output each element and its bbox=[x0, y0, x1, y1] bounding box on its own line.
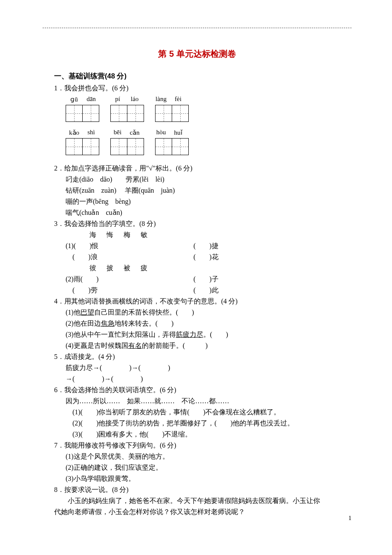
underline-word: 巴望 bbox=[81, 309, 94, 316]
q6-prompt: 6．我会选择恰当的关联词语填空。(6 分) bbox=[54, 384, 352, 396]
tianzige-cell[interactable] bbox=[127, 138, 144, 155]
top-divider bbox=[43, 28, 352, 28]
q3-options2: 彼 披 被 疲 bbox=[89, 263, 352, 274]
pinyin-cell: dān bbox=[83, 95, 100, 103]
q1-prompt: 1．我会拼也会写。(6 分) bbox=[54, 83, 352, 94]
q3-pair-left: (2)雨( ) bbox=[66, 274, 193, 285]
tianzige-cell[interactable] bbox=[66, 105, 83, 122]
tianzige-cell[interactable] bbox=[127, 105, 144, 122]
q5-line1: 筋疲力尽→( )→( ) bbox=[66, 362, 352, 373]
q8-paragraph: 小玉的妈妈生病了，她爸爸不在家。今天下午她要请假陪妈妈去医院看病。小玉让你 bbox=[54, 495, 352, 506]
tianzige-cell[interactable] bbox=[66, 138, 83, 155]
pinyin-cell: fèi bbox=[170, 95, 187, 103]
pinyin-cell: láo bbox=[126, 95, 143, 103]
tianzige-cell[interactable] bbox=[110, 105, 127, 122]
q5-line2: →( )→( ) bbox=[66, 373, 352, 384]
q1-pinyin-row1: ɡū dān pí láo làng fèi bbox=[66, 95, 352, 103]
q3-pair-right: ( )此 bbox=[193, 285, 219, 296]
tianzige-cell[interactable] bbox=[110, 138, 127, 155]
pinyin-cell: shì bbox=[83, 129, 100, 136]
q3-pair-right: ( )花 bbox=[193, 251, 219, 263]
q4-item: (4)更羸是古时候魏国有名的射箭能手。( ) bbox=[66, 340, 352, 351]
q3-pair-row: (1)( )恨 ( )捷 bbox=[66, 240, 352, 251]
page-number: 1 bbox=[349, 515, 352, 522]
q7-item: (1)这是个风景优美、美丽的地方。 bbox=[66, 451, 352, 462]
q8-paragraph: 代她向老师请假，小玉会怎样对你说？你又该怎样对老师说呢？ bbox=[54, 506, 352, 517]
q1-grid-row2 bbox=[66, 138, 352, 157]
q3-options1: 海 悔 梅 敏 bbox=[89, 229, 352, 240]
q3-pair-left: (1)( )恨 bbox=[66, 240, 193, 251]
q3-pair-row: ( )浪 ( )花 bbox=[66, 251, 352, 263]
q2-prompt: 2．给加点字选择正确读音，用"√"标出。(6 分) bbox=[54, 163, 352, 174]
pinyin-cell: kǎo bbox=[66, 129, 83, 136]
document-title: 第 5 单元达标检测卷 bbox=[43, 48, 352, 60]
q6-item: (1)( )你当初听了朋友的劝告，事情( )不会像现在这么糟糕了。 bbox=[72, 407, 352, 418]
q4-item: (1)他巴望自己田里的禾苗长得快些。( ) bbox=[66, 307, 352, 318]
q1-pinyin-row2: kǎo shì bēi cǎn hòu huǐ bbox=[66, 129, 352, 136]
q3-prompt: 3．我会选择恰当的字填空。(8 分) bbox=[54, 218, 352, 229]
q4-item: (2)他在田边焦急地转来转去。( ) bbox=[66, 318, 352, 329]
q3-pair-row: (2)雨( ) ( )子 bbox=[66, 274, 352, 285]
q7-prompt: 7．我能用修改符号修改下列病句。(6 分) bbox=[54, 440, 352, 451]
pinyin-cell: làng bbox=[153, 95, 170, 103]
q7-item: (2)正确的建议，我们应该坚定。 bbox=[66, 462, 352, 473]
q3-pair-right: ( )子 bbox=[193, 274, 219, 285]
q6-options: 因为……所以…… 如果……就…… 不论……都…… bbox=[66, 396, 352, 407]
q2-item: 叼走(diāo dāo) 劳累(lěi lèi) bbox=[66, 174, 352, 185]
tianzige-cell[interactable] bbox=[155, 105, 172, 122]
q1-grid-row1 bbox=[66, 105, 352, 124]
q4-prompt: 4．用其他词语替换画横线的词语，不改变句子的意思。(4 分) bbox=[54, 296, 352, 307]
pinyin-cell: pí bbox=[109, 95, 126, 103]
q5-prompt: 5．成语接龙。(4 分) bbox=[54, 351, 352, 362]
q8-prompt: 8．按要求说一说。(8 分) bbox=[54, 484, 352, 495]
tianzige-cell[interactable] bbox=[172, 105, 189, 122]
q7-item: (3)小鸟学唱歌跟黄莺。 bbox=[66, 473, 352, 484]
tianzige-cell[interactable] bbox=[82, 105, 99, 122]
pinyin-cell: hòu bbox=[153, 129, 170, 136]
section-1-heading: 一、基础训练营(48 分) bbox=[54, 72, 352, 81]
q6-item: (3)( )困难有多大，他( )不退缩。 bbox=[72, 429, 352, 440]
tianzige-cell[interactable] bbox=[172, 138, 189, 155]
underline-word: 有名 bbox=[128, 342, 142, 349]
tianzige-cell[interactable] bbox=[82, 138, 99, 155]
pinyin-cell: huǐ bbox=[170, 129, 187, 136]
tianzige-cell[interactable] bbox=[155, 138, 172, 155]
q4-item: (3)他从中午一直忙到太阳落山，弄得筋疲力尽。( ) bbox=[66, 329, 352, 340]
underline-word: 焦急 bbox=[101, 320, 115, 327]
q6-item: (2)( )他接受了街坊的劝告，把羊圈修好了，( )他的羊再也没丢过。 bbox=[72, 418, 352, 429]
q3-pair-left: ( )劳 bbox=[66, 285, 193, 296]
underline-word: 筋疲力尽 bbox=[176, 331, 203, 338]
q3-pair-right: ( )捷 bbox=[193, 240, 219, 251]
q2-item: 嘣的一声(bēng bèng) bbox=[66, 196, 352, 207]
pinyin-cell: ɡū bbox=[66, 95, 83, 103]
q3-pair-left: ( )浪 bbox=[66, 251, 193, 263]
q2-item: 喘气(chuǎn cuǎn) bbox=[66, 207, 352, 218]
q2-item: 钻研(zuān zuàn) 羊圈(quān juàn) bbox=[66, 185, 352, 196]
pinyin-cell: bēi bbox=[109, 129, 126, 136]
pinyin-cell: cǎn bbox=[126, 129, 143, 136]
q3-pair-row: ( )劳 ( )此 bbox=[66, 285, 352, 296]
